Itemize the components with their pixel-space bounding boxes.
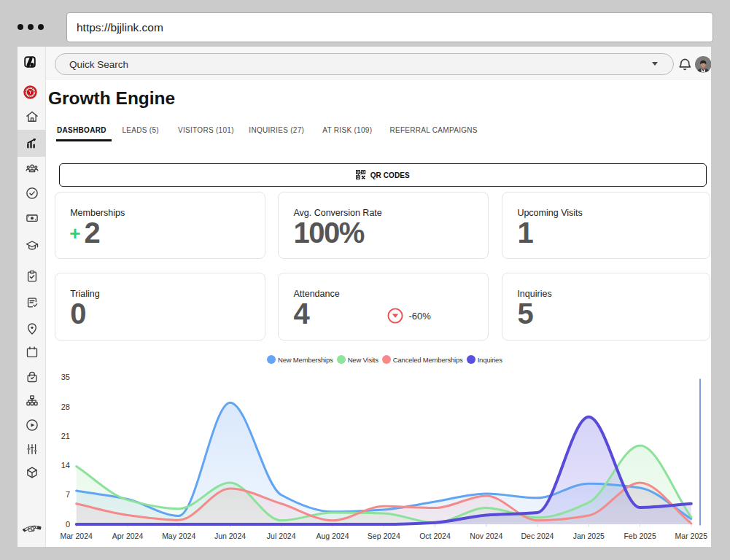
svg-text:Feb 2025: Feb 2025	[624, 532, 656, 540]
svg-text:7: 7	[66, 490, 70, 499]
svg-text:Sep 2024: Sep 2024	[368, 532, 400, 540]
svg-text:Jan 2025: Jan 2025	[573, 532, 605, 540]
svg-text:Mar 2025: Mar 2025	[675, 532, 708, 540]
svg-text:14: 14	[61, 461, 70, 470]
svg-text:Jun 2024: Jun 2024	[214, 532, 246, 540]
svg-text:Aug 2024: Aug 2024	[317, 532, 349, 540]
svg-text:21: 21	[61, 432, 70, 440]
svg-text:35: 35	[61, 373, 70, 381]
svg-text:Apr 2024: Apr 2024	[112, 532, 144, 540]
svg-text:Dec 2024: Dec 2024	[521, 532, 554, 540]
svg-text:28: 28	[61, 402, 70, 411]
svg-text:Mar 2024: Mar 2024	[61, 532, 93, 540]
svg-text:Jul 2024: Jul 2024	[267, 532, 296, 540]
svg-text:0: 0	[66, 520, 70, 529]
svg-text:Nov 2024: Nov 2024	[470, 532, 502, 540]
svg-text:Oct 2024: Oct 2024	[419, 532, 451, 540]
svg-text:May 2024: May 2024	[162, 532, 195, 540]
